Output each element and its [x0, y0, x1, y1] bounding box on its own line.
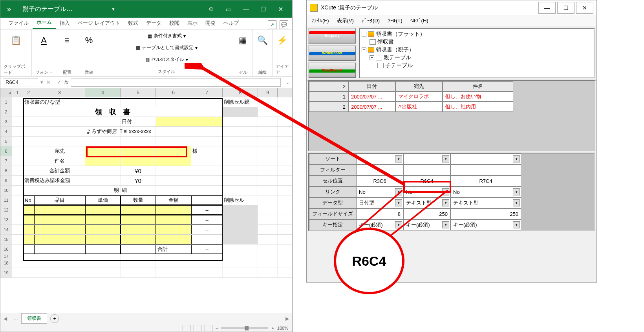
- name-box[interactable]: R6C4: [3, 78, 38, 86]
- grid-header-to[interactable]: 宛先: [395, 81, 443, 91]
- cell[interactable]: [34, 117, 85, 126]
- cell[interactable]: 細: [121, 186, 156, 195]
- row-header[interactable]: 15: [0, 235, 12, 244]
- dropdown-icon[interactable]: ▾: [513, 199, 520, 206]
- tab-help[interactable]: ヘルプ: [220, 17, 243, 29]
- dropdown-icon[interactable]: ▾: [395, 221, 402, 228]
- xcute-property-grid[interactable]: ソート ▾ ▾ ▾ フィルター セル位置 R3C6 R6C4 R7C4 リンク …: [308, 153, 595, 231]
- cell[interactable]: [258, 225, 278, 234]
- xcute-tree[interactable]: −領収書（フラット） 領収書 −領収書（親子） −親テーブル 子テーブル: [359, 28, 595, 78]
- formula-input[interactable]: [71, 78, 281, 87]
- cell[interactable]: [258, 97, 278, 107]
- cell[interactable]: [191, 127, 223, 136]
- tree-node[interactable]: 親テーブル: [384, 54, 411, 61]
- prop-cellpos-2[interactable]: R7C4: [450, 175, 521, 186]
- cell[interactable]: [156, 215, 191, 224]
- select-all-corner[interactable]: ◢: [0, 88, 12, 97]
- tab-layout[interactable]: ページ レイアウト: [74, 17, 124, 29]
- zoom-out-button[interactable]: –: [216, 326, 218, 330]
- cell[interactable]: [223, 268, 258, 277]
- cell[interactable]: [34, 258, 85, 268]
- cell[interactable]: [121, 268, 156, 277]
- grid-cell-subj[interactable]: 但し、お使い物: [443, 91, 513, 102]
- sheet-nav-more-icon[interactable]: …: [10, 316, 21, 321]
- cell[interactable]: [34, 215, 85, 224]
- cell[interactable]: [23, 205, 34, 215]
- tree-node[interactable]: 領収書: [377, 38, 394, 46]
- cell[interactable]: [121, 225, 156, 234]
- cell[interactable]: [85, 215, 121, 224]
- cell[interactable]: [223, 258, 258, 268]
- zoom-in-button[interactable]: +: [271, 326, 274, 330]
- cell[interactable]: 品目: [34, 195, 85, 205]
- tree-expand-icon[interactable]: −: [362, 47, 366, 52]
- share-icon[interactable]: ↗: [268, 20, 276, 29]
- grid-cell-date[interactable]: 2000/07/07 ...: [348, 102, 395, 112]
- row-header[interactable]: 14: [0, 225, 12, 234]
- dropdown-icon[interactable]: ▾: [395, 155, 402, 162]
- format-table-button[interactable]: ▦テーブルとして書式設定▾: [136, 43, 198, 53]
- ribbon-options-icon[interactable]: ▭: [220, 0, 237, 18]
- cell[interactable]: [85, 258, 121, 268]
- cell[interactable]: [191, 107, 223, 117]
- menu-tool[interactable]: ﾂｰﾙ(T): [388, 18, 402, 24]
- cell[interactable]: [23, 258, 34, 268]
- tree-expand-icon[interactable]: −: [362, 32, 366, 36]
- cell[interactable]: [34, 137, 85, 146]
- cell[interactable]: [156, 97, 191, 107]
- col-header[interactable]: 6: [156, 88, 191, 97]
- tree-node[interactable]: 領収書（親子）: [376, 46, 414, 53]
- cell[interactable]: [191, 176, 223, 185]
- accept-fx-icon[interactable]: ✓: [54, 79, 64, 85]
- close-button[interactable]: ✕: [272, 0, 289, 18]
- cell[interactable]: [156, 166, 191, 175]
- cell[interactable]: [23, 107, 34, 117]
- grid-cell-subj[interactable]: 但し、社内用: [443, 102, 513, 112]
- cell[interactable]: [85, 268, 121, 277]
- row-header[interactable]: 17: [0, 254, 12, 258]
- cell[interactable]: [23, 225, 34, 234]
- cell[interactable]: [258, 268, 278, 277]
- cell[interactable]: [34, 244, 85, 254]
- cell[interactable]: [23, 244, 34, 254]
- cell[interactable]: 様: [191, 146, 223, 156]
- cell[interactable]: 合計金額: [34, 166, 85, 175]
- cell[interactable]: 金額: [156, 195, 191, 205]
- cell[interactable]: [156, 258, 191, 268]
- readreport-button[interactable]: ReadReport: [308, 62, 356, 78]
- prop-link-2[interactable]: No▾: [450, 186, 521, 197]
- tab-formula[interactable]: 数式: [124, 17, 142, 29]
- cell[interactable]: [12, 156, 23, 166]
- prop-fsize-0[interactable]: 8: [356, 208, 403, 219]
- cell[interactable]: [121, 235, 156, 244]
- cell-style-button[interactable]: ▦セルのスタイル▾: [145, 55, 188, 64]
- cell[interactable]: [223, 176, 258, 185]
- cell[interactable]: –: [191, 215, 223, 224]
- dropdown-icon[interactable]: ▾: [513, 221, 520, 228]
- cell[interactable]: [85, 117, 121, 126]
- cell[interactable]: [85, 225, 121, 234]
- prop-key-2[interactable]: キー(必須)▾: [450, 219, 521, 230]
- cell[interactable]: 明: [85, 186, 121, 195]
- cell[interactable]: [258, 117, 278, 126]
- cell[interactable]: よろずや商店 Ｔel xxxx-xxxx: [85, 127, 121, 136]
- cell[interactable]: [34, 127, 85, 136]
- cell[interactable]: [121, 258, 156, 268]
- dropdown-icon[interactable]: ▾: [395, 199, 402, 206]
- cell[interactable]: 消費税込み請求金額: [23, 176, 85, 185]
- cell[interactable]: [223, 127, 258, 136]
- row-header[interactable]: 12: [0, 205, 12, 215]
- grid-cell-to[interactable]: マイクロラボ: [395, 91, 443, 102]
- cell[interactable]: [223, 186, 258, 195]
- cell[interactable]: 領収書のひな型: [23, 97, 34, 107]
- cell[interactable]: [23, 268, 34, 277]
- prop-key-1[interactable]: キー(必須)▾: [403, 219, 450, 230]
- cell[interactable]: [223, 205, 258, 215]
- cell[interactable]: [258, 166, 278, 175]
- tab-view[interactable]: 表示: [183, 17, 201, 29]
- row-header[interactable]: 9: [0, 176, 12, 185]
- cell[interactable]: [12, 176, 23, 185]
- prop-filter-0[interactable]: [356, 164, 403, 175]
- cell[interactable]: 日付: [121, 117, 156, 126]
- cell[interactable]: 領 収 書: [34, 107, 191, 117]
